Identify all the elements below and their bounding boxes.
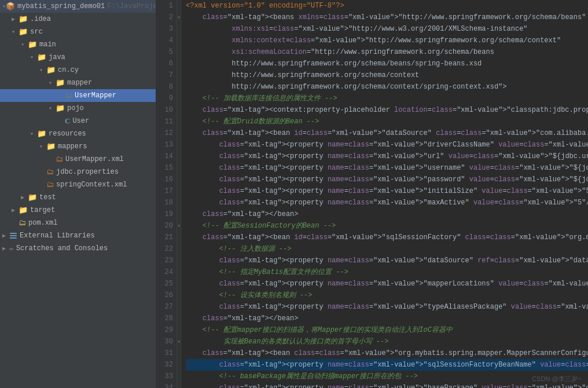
- line-number: 10: [157, 104, 173, 116]
- gutter-cell: [177, 359, 181, 371]
- line-number: 13: [157, 139, 173, 151]
- sidebar-item-project-root[interactable]: ▾📦mybatis_spring_demo01F:\JavaProje: [0, 0, 156, 13]
- fold-icon[interactable]: ▾: [177, 222, 181, 229]
- sidebar-item-mappers[interactable]: ▾📁mappers: [0, 140, 156, 153]
- tree-item-icon: 📁: [46, 65, 56, 75]
- tree-item-icon: 📁: [37, 53, 46, 62]
- sidebar-item-User[interactable]: CUser: [0, 115, 156, 127]
- sidebar-item-cn-cy[interactable]: ▾📁cn.cy: [0, 64, 156, 76]
- gutter-cell: [177, 127, 181, 139]
- tree-item-icon: [9, 232, 17, 240]
- sidebar-item-src[interactable]: ▾📁src: [0, 25, 156, 38]
- tree-arrow-icon: ▾: [30, 130, 37, 137]
- line-number: 32: [157, 359, 173, 371]
- code-line: <!-- 配置SessionFactory的Bean -->: [186, 220, 588, 232]
- tree-item-label: target: [30, 206, 55, 214]
- fold-icon[interactable]: ▾: [177, 14, 181, 21]
- tree-item-icon: 📁: [56, 78, 65, 87]
- gutter-cell: [177, 81, 181, 93]
- sidebar-item-UserMapper-xml[interactable]: 🗂UserMapper.xml: [0, 153, 156, 166]
- line-number: 4: [157, 35, 173, 46]
- gutter-cell: [177, 197, 181, 208]
- line-number: 20: [157, 220, 173, 232]
- code-editor[interactable]: 1234567891011121314151617181920212223242…: [156, 0, 588, 388]
- gutter-cell: [177, 23, 181, 35]
- gutter-cell: [177, 93, 181, 104]
- tree-item-label: mappers: [58, 142, 87, 151]
- line-number: 6: [157, 58, 173, 69]
- sidebar-item-scratches[interactable]: ▶✏️Scratches and Consoles: [0, 242, 156, 255]
- line-number: 30: [157, 336, 173, 347]
- tree-item-label: User: [72, 117, 89, 125]
- gutter-cell: [177, 301, 181, 313]
- sidebar-item-pojo[interactable]: ▾📁pojo: [0, 102, 156, 115]
- code-line: class="xml-tag"><bean id=class="xml-valu…: [186, 127, 588, 139]
- tree-item-label: External Libraries: [20, 232, 95, 240]
- sidebar-item-resources[interactable]: ▾📁resources: [0, 127, 156, 140]
- tree-arrow-icon: ▶: [12, 16, 19, 23]
- gutter-cell: [177, 46, 181, 58]
- tree-item-label: test: [39, 193, 56, 202]
- code-line: <!-- 注入数据源 -->: [186, 243, 588, 255]
- svg-rect-1: [10, 235, 17, 236]
- tree-item-label: Scratches and Consoles: [16, 244, 108, 252]
- editor-area: 1234567891011121314151617181920212223242…: [156, 0, 588, 388]
- gutter-cell: ▾: [177, 12, 181, 23]
- sidebar-item-external-libs[interactable]: ▶External Libraries: [0, 229, 156, 242]
- code-line: http://www.springframework.org/schema/co…: [186, 81, 588, 93]
- svg-rect-0: [10, 233, 17, 234]
- sidebar-item-test[interactable]: ▶📁test: [0, 191, 156, 204]
- code-line: class="xml-tag"></bean>: [186, 208, 588, 220]
- tree-item-icon: 📁: [19, 27, 28, 36]
- line-number: 19: [157, 208, 173, 220]
- sidebar-item-jdbc-properties[interactable]: 🗂jdbc.properties: [0, 166, 156, 178]
- project-sidebar[interactable]: ▾📦mybatis_spring_demo01F:\JavaProje▶📁.id…: [0, 0, 156, 388]
- sidebar-item-target[interactable]: ▶📁target: [0, 204, 156, 217]
- tree-item-icon: 📦: [6, 2, 15, 11]
- tree-arrow-icon: ▶: [12, 207, 19, 214]
- sidebar-item-java[interactable]: ▾📁java: [0, 51, 156, 64]
- tree-arrow-icon: ▾: [49, 105, 56, 112]
- sidebar-item-springContext-xml[interactable]: 🗂springContext.xml: [0, 178, 156, 191]
- line-number: 18: [157, 197, 173, 208]
- line-number: 2: [157, 12, 173, 23]
- fold-icon[interactable]: ▾: [177, 338, 181, 345]
- sidebar-item-main[interactable]: ▾📁main: [0, 38, 156, 51]
- tree-item-icon: 📁: [46, 142, 56, 151]
- code-line: <!-- 配置mapper接口的扫描器，将Mapper接口的实现类自动注入到Io…: [186, 324, 588, 336]
- tree-item-label: src: [30, 28, 43, 36]
- tree-item-label: UserMapper.xml: [65, 155, 124, 163]
- tree-arrow-icon: ▾: [12, 28, 19, 35]
- sidebar-item-mapper[interactable]: ▾📁mapper: [0, 76, 156, 89]
- tree-item-label: .idea: [30, 15, 51, 23]
- sidebar-item-UserMapper[interactable]: 🗂UserMapper: [0, 89, 156, 102]
- tree-item-icon: 📁: [28, 193, 37, 202]
- tree-item-icon: C: [65, 116, 70, 126]
- code-line: http://www.springframework.org/schema/co…: [186, 69, 588, 81]
- code-line: class="xml-tag"><property name=class="xm…: [186, 382, 588, 388]
- sidebar-item-pom-xml[interactable]: 🗂pom.xml: [0, 217, 156, 229]
- line-number: 9: [157, 93, 173, 104]
- sidebar-item-idea[interactable]: ▶📁.idea: [0, 13, 156, 25]
- line-number: 5: [157, 46, 173, 58]
- line-number: 11: [157, 116, 173, 127]
- code-line: http://www.springframework.org/schema/be…: [186, 58, 588, 69]
- gutter-cell: [177, 371, 181, 382]
- line-number: 27: [157, 301, 173, 313]
- line-number: 28: [157, 313, 173, 324]
- gutter-cell: [177, 116, 181, 127]
- tree-item-icon: 🗂: [46, 181, 54, 189]
- line-number: 25: [157, 278, 173, 290]
- gutter-cell: [177, 185, 181, 197]
- gutter-cell: [177, 278, 181, 290]
- tree-item-label: java: [49, 53, 65, 61]
- code-line: class="xml-tag"><bean id=class="xml-valu…: [186, 232, 588, 243]
- tree-item-label: pojo: [67, 104, 84, 112]
- code-line: <?xml version="1.0" encoding="UTF-8"?>: [186, 0, 588, 12]
- gutter-cell: [177, 0, 181, 12]
- code-line: class="xml-tag"><property name=class="xm…: [186, 197, 588, 208]
- line-number: 7: [157, 69, 173, 81]
- line-number: 26: [157, 290, 173, 301]
- tree-arrow-icon: ▶: [21, 194, 28, 201]
- gutter-cell: [177, 104, 181, 116]
